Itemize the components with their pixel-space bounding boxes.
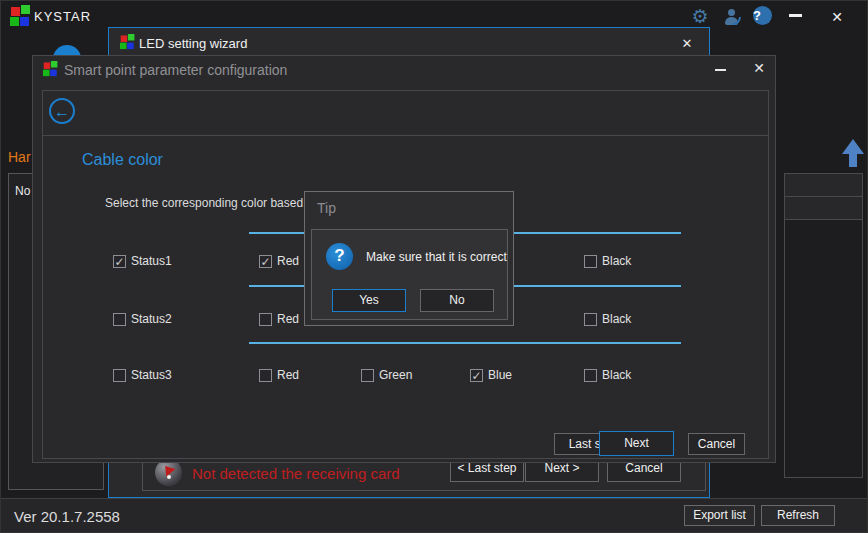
upload-arrow-head — [842, 139, 864, 154]
checkbox-row3-black[interactable] — [584, 369, 597, 382]
tip-dialog-title: Tip — [317, 200, 336, 216]
tip-dialog: Tip ? Make sure that it is correct Yes N… — [304, 191, 514, 326]
checkbox-label-row2-red: Red — [277, 312, 299, 326]
warning-dot — [167, 475, 171, 479]
upload-arrow-stem — [849, 153, 857, 167]
settings-gear-icon[interactable]: ⚙ — [690, 7, 710, 27]
status-bar: Ver 20.1.7.2558 Export list Refresh — [1, 498, 868, 533]
header-divider — [42, 135, 769, 136]
tip-no-button[interactable]: No — [420, 289, 494, 312]
user-account-icon[interactable] — [723, 7, 743, 27]
checkbox-row2-red[interactable] — [259, 313, 272, 326]
user-icon-hook — [733, 17, 741, 25]
smart-dialog-title: Smart point parameter configuration — [64, 62, 287, 78]
checkbox-row1-red[interactable]: ✓ — [259, 255, 272, 268]
smart-dialog-minimize-icon[interactable] — [715, 69, 726, 71]
wizard-status-message: Not detected the receiving card — [192, 465, 400, 482]
minimize-icon[interactable] — [789, 14, 802, 17]
main-window: KYSTAR ⚙ ? ✕ Har No i LED setting wizard… — [0, 0, 868, 533]
version-text: Ver 20.1.7.2558 — [14, 508, 120, 525]
checkbox-label-row2-black: Black — [602, 312, 631, 326]
checkbox-row3-red[interactable] — [259, 369, 272, 382]
wizard-logo-icon — [120, 34, 134, 49]
checkbox-label-row3-green: Green — [379, 368, 412, 382]
row-divider — [249, 342, 681, 344]
checkbox-label-status1: Status1 — [131, 254, 172, 268]
checkbox-row1-black[interactable] — [584, 255, 597, 268]
upload-arrow-icon[interactable] — [842, 139, 864, 169]
checkbox-label-row1-red: Red — [277, 254, 299, 268]
table-row — [785, 197, 862, 220]
question-mark-icon: ? — [326, 243, 353, 270]
checkbox-row3-blue[interactable]: ✓ — [470, 369, 483, 382]
checkbox-label-row3-blue: Blue — [488, 368, 512, 382]
checkbox-label-status2: Status2 — [131, 312, 172, 326]
checkbox-label-row3-black: Black — [602, 368, 631, 382]
right-table-panel — [784, 173, 863, 478]
refresh-button[interactable]: Refresh — [761, 505, 835, 526]
smart-dialog-logo-icon — [43, 61, 57, 76]
wizard-title: LED setting wizard — [139, 36, 247, 51]
checkbox-status3[interactable] — [113, 369, 126, 382]
warning-sphere-icon — [155, 459, 182, 486]
tip-message: Make sure that it is correct — [366, 250, 507, 264]
app-title: KYSTAR — [34, 9, 91, 24]
help-icon[interactable]: ? — [753, 6, 772, 25]
user-icon-head — [728, 9, 735, 16]
checkbox-label-status3: Status3 — [131, 368, 172, 382]
checkbox-status1[interactable]: ✓ — [113, 255, 126, 268]
checkbox-row2-black[interactable] — [584, 313, 597, 326]
checkbox-status2[interactable] — [113, 313, 126, 326]
instruction-text: Select the corresponding color based on … — [105, 196, 326, 210]
export-list-button[interactable]: Export list — [684, 505, 755, 526]
smart-cancel-button[interactable]: Cancel — [688, 433, 745, 455]
checkbox-label-row1-black: Black — [602, 254, 631, 268]
tip-content-panel: ? Make sure that it is correct Yes No — [311, 229, 508, 320]
table-row — [785, 174, 862, 197]
smart-dialog-close-icon[interactable]: ✕ — [751, 60, 767, 76]
hardware-label: Har — [8, 149, 31, 165]
section-title: Cable color — [82, 151, 163, 169]
checkbox-label-row3-red: Red — [277, 368, 299, 382]
wizard-close-icon[interactable]: ✕ — [679, 36, 695, 51]
smart-next-button[interactable]: Next — [599, 431, 674, 456]
tip-yes-button[interactable]: Yes — [332, 289, 406, 312]
checkbox-row3-green[interactable] — [361, 369, 374, 382]
kystar-logo-icon — [10, 5, 30, 26]
back-button[interactable]: ← — [49, 98, 75, 124]
close-icon[interactable]: ✕ — [827, 7, 847, 27]
